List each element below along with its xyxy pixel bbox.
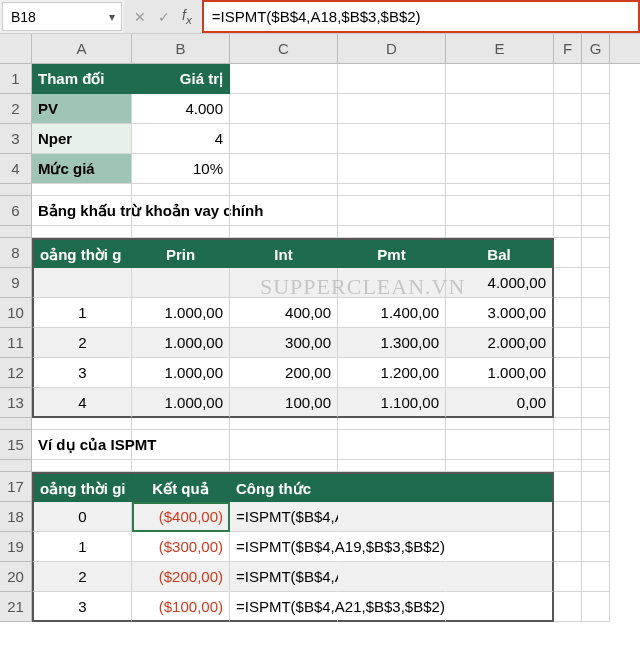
cell[interactable] [582,184,610,196]
cell[interactable] [582,94,610,124]
cell[interactable]: 1.000,00 [132,298,230,328]
formula-input[interactable]: =ISPMT($B$4,A18,$B$3,$B$2) [202,0,640,33]
cell[interactable] [446,94,554,124]
cell[interactable] [554,388,582,418]
cell[interactable] [446,418,554,430]
cell[interactable] [230,154,338,184]
row-header[interactable]: 4 [0,154,32,184]
cell[interactable] [338,124,446,154]
cell[interactable] [554,268,582,298]
cell[interactable] [230,196,338,226]
cell[interactable]: oảng thời gi [32,472,132,502]
cell[interactable] [446,472,554,502]
row-header[interactable]: 6 [0,196,32,226]
cancel-icon[interactable]: ✕ [134,9,146,25]
row-header[interactable]: 3 [0,124,32,154]
cell[interactable] [32,460,132,472]
cell[interactable]: Pmt [338,238,446,268]
cell[interactable]: 4 [32,388,132,418]
row-header[interactable]: 17 [0,472,32,502]
col-header-F[interactable]: F [554,34,582,63]
cell[interactable] [230,226,338,238]
cell[interactable] [446,196,554,226]
cell[interactable]: 3 [32,592,132,622]
cell[interactable] [230,184,338,196]
cell[interactable] [582,460,610,472]
cell[interactable] [338,430,446,460]
cell[interactable] [582,154,610,184]
cell[interactable] [338,532,446,562]
row-header[interactable] [0,226,32,238]
cell[interactable]: 1.300,00 [338,328,446,358]
cell[interactable]: 0 [32,502,132,532]
cell[interactable] [554,460,582,472]
cell[interactable] [446,154,554,184]
cell[interactable] [446,64,554,94]
row-header[interactable]: 2 [0,94,32,124]
cell[interactable] [446,226,554,238]
cell[interactable] [446,502,554,532]
cell[interactable] [554,154,582,184]
cell[interactable] [338,418,446,430]
row-header[interactable]: 21 [0,592,32,622]
cell[interactable] [582,592,610,622]
cell[interactable]: 100,00 [230,388,338,418]
cell[interactable]: 1 [32,298,132,328]
cell[interactable] [32,418,132,430]
cell[interactable] [554,124,582,154]
fx-icon[interactable]: fx [182,7,192,26]
cell[interactable]: Int [230,238,338,268]
cell[interactable]: 1.000,00 [446,358,554,388]
cell[interactable] [582,472,610,502]
cell[interactable] [554,358,582,388]
col-header-B[interactable]: B [132,34,230,63]
cell[interactable]: 1.100,00 [338,388,446,418]
cell[interactable] [338,562,446,592]
cell[interactable] [554,64,582,94]
cell[interactable] [582,388,610,418]
cell[interactable] [230,64,338,94]
cell[interactable] [132,196,230,226]
confirm-icon[interactable]: ✓ [158,9,170,25]
cell[interactable] [554,196,582,226]
row-header[interactable]: 13 [0,388,32,418]
cell[interactable] [554,532,582,562]
cell[interactable] [230,418,338,430]
cell[interactable]: 2.000,00 [446,328,554,358]
cell[interactable] [582,358,610,388]
row-header[interactable] [0,418,32,430]
cell[interactable]: 1 [32,532,132,562]
cell[interactable] [582,418,610,430]
col-header-D[interactable]: D [338,34,446,63]
cell[interactable] [582,532,610,562]
row-header[interactable]: 8 [0,238,32,268]
cell[interactable]: 4.000,00 [446,268,554,298]
cell[interactable] [446,592,554,622]
cell[interactable] [446,562,554,592]
cell[interactable]: 2 [32,562,132,592]
select-all-corner[interactable] [0,34,32,63]
row-header[interactable]: 10 [0,298,32,328]
cell[interactable] [446,460,554,472]
cell[interactable] [446,124,554,154]
cell[interactable] [554,472,582,502]
row-header[interactable]: 11 [0,328,32,358]
cell[interactable]: 2 [32,328,132,358]
col-header-C[interactable]: C [230,34,338,63]
col-header-G[interactable]: G [582,34,610,63]
cell[interactable]: Prin [132,238,230,268]
cell[interactable] [582,328,610,358]
cell[interactable]: =ISPMT($B$4,A18,$B$3,$B$2) [230,502,338,532]
cell[interactable] [338,592,446,622]
row-header[interactable]: 19 [0,532,32,562]
cell[interactable] [582,226,610,238]
cell[interactable] [582,64,610,94]
cell[interactable]: 1.200,00 [338,358,446,388]
cell[interactable]: 10% [132,154,230,184]
cell[interactable] [554,184,582,196]
cell[interactable] [230,430,338,460]
selected-cell[interactable]: ($400,00) [132,502,230,532]
cell[interactable]: 4 [132,124,230,154]
cell[interactable]: Mức giá [32,154,132,184]
cell[interactable]: 4.000 [132,94,230,124]
